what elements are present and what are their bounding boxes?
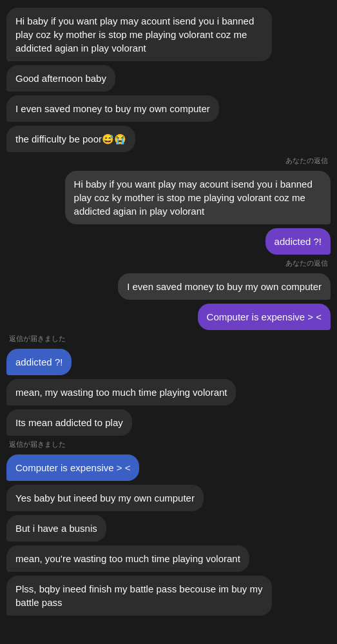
reply-label-left: 返信が届きました (9, 440, 66, 449)
reply-label-right: あなたの返信 (285, 156, 328, 166)
message-bubble-right: I even saved money to buy my own compute… (118, 273, 331, 300)
message-bubble-purple: addicted ?! (265, 228, 331, 255)
message-bubble-left: Good afternoon baby (6, 65, 115, 92)
message-bubble-blue: addicted ?! (6, 349, 72, 375)
message-bubble-blue: Computer is expensive > < (6, 454, 139, 481)
message-bubble-left: mean, my wasting too much time playing v… (6, 379, 236, 405)
message-bubble-left: Plss, bqby ineed finish my battle pass b… (6, 576, 272, 616)
reply-label-right: あなたの返信 (285, 259, 328, 268)
message-bubble-purple: Computer is expensive > < (198, 304, 331, 330)
message-bubble-left: But i have a busnis (6, 515, 106, 542)
chat-container: Hi baby if you want play may acount isen… (0, 0, 337, 623)
message-bubble-left: Its mean addicted to play (6, 409, 132, 436)
message-bubble-left: Yes baby but ineed buy my own cumputer (6, 485, 204, 511)
message-bubble-left: the difficulty be poor😅😭 (6, 126, 135, 152)
message-bubble-right: Hi baby if you want play may acount isen… (65, 171, 331, 224)
message-bubble-left: mean, you're wasting too much time playi… (6, 545, 249, 572)
message-bubble-left: I even saved money to buy my own compute… (6, 95, 219, 122)
reply-label-left: 返信が届きました (9, 334, 66, 344)
message-bubble-left: Hi baby if you want play may acount isen… (6, 8, 272, 61)
